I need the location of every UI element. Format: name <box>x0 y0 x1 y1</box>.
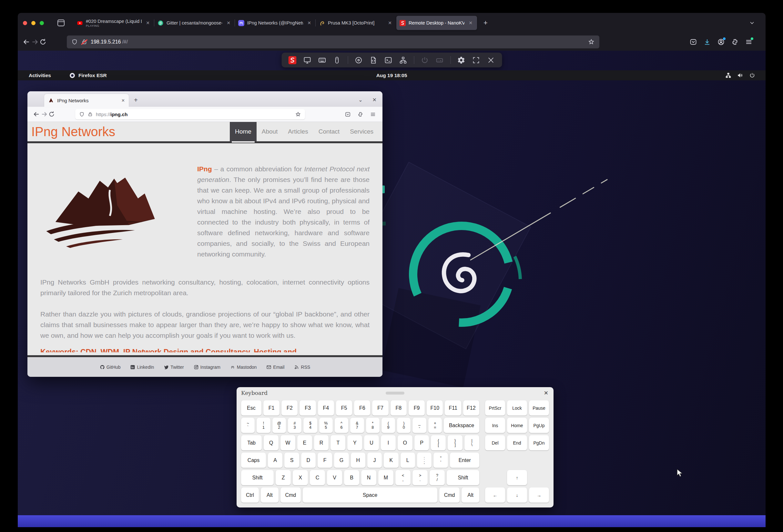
key-1[interactable]: !1 <box>257 418 270 433</box>
key-][interactable]: }] <box>448 435 463 451</box>
tab-close-icon[interactable]: ✕ <box>387 20 393 26</box>
key-F12[interactable]: F12 <box>463 400 479 415</box>
key-J[interactable]: J <box>367 453 382 468</box>
site-nav-contact[interactable]: Contact <box>313 122 345 141</box>
sipeed-logo-button[interactable] <box>286 54 299 66</box>
key-;[interactable]: :; <box>417 453 432 468</box>
key-Esc[interactable]: Esc <box>241 400 261 415</box>
key-H[interactable]: H <box>351 453 365 468</box>
key-F[interactable]: F <box>318 453 332 468</box>
settings-button[interactable] <box>455 54 468 66</box>
key-F2[interactable]: F2 <box>281 400 297 415</box>
key-W[interactable]: W <box>280 435 295 451</box>
key-Tab[interactable]: Tab <box>241 435 262 451</box>
key-4[interactable]: $4 <box>303 418 317 433</box>
firefox-view-icon[interactable] <box>56 18 66 28</box>
remote-reload-icon[interactable] <box>48 111 55 118</box>
remote-extensions-puzzle-icon[interactable] <box>357 111 364 118</box>
fullscreen-button[interactable] <box>470 54 482 66</box>
key-E[interactable]: E <box>297 435 312 451</box>
key-Y[interactable]: Y <box>347 435 362 451</box>
zoom-window-button[interactable] <box>40 21 44 25</box>
key-PrtScr[interactable]: PrtScr <box>485 400 505 415</box>
remote-tab-close-icon[interactable]: ✕ <box>121 98 125 103</box>
key-Alt[interactable]: Alt <box>462 488 479 503</box>
site-nav-about[interactable]: About <box>257 122 283 141</box>
key-6[interactable]: ^6 <box>335 418 348 433</box>
key-F11[interactable]: F11 <box>445 400 461 415</box>
key-C[interactable]: C <box>310 470 325 485</box>
key-N[interactable]: N <box>361 470 376 485</box>
key-Cmd[interactable]: Cmd <box>439 488 460 503</box>
key-Home[interactable]: Home <box>507 418 527 433</box>
remote-menu-hamburger-icon[interactable] <box>370 111 376 118</box>
clock[interactable]: Aug 19 18:05 <box>376 73 407 78</box>
pocket-save-icon[interactable] <box>689 38 697 46</box>
key-Cmd[interactable]: Cmd <box>280 488 301 503</box>
footer-link-twitter[interactable]: Twitter <box>164 365 184 370</box>
key-Lock[interactable]: Lock <box>507 400 527 415</box>
key-U[interactable]: U <box>364 435 379 451</box>
keyboard-close-icon[interactable]: ✕ <box>544 390 549 397</box>
key-9[interactable]: (9 <box>381 418 395 433</box>
key-Shift[interactable]: Shift <box>241 470 274 485</box>
mouse-button[interactable] <box>331 54 343 66</box>
monitor-button[interactable] <box>301 54 314 66</box>
remote-new-tab-button[interactable]: + <box>134 96 138 104</box>
key-Caps[interactable]: Caps <box>241 453 266 468</box>
menu-hamburger-icon[interactable] <box>745 38 753 46</box>
key-,[interactable]: <, <box>395 470 411 485</box>
key-A[interactable]: A <box>268 453 282 468</box>
key-F1[interactable]: F1 <box>263 400 280 415</box>
key--[interactable]: _- <box>412 418 426 433</box>
site-brand[interactable]: IPng Networks <box>31 125 115 139</box>
browser-tab[interactable]: IPng Networks (@IPngNetworks✕ <box>235 16 316 30</box>
key-K[interactable]: K <box>384 453 398 468</box>
key-PgUp[interactable]: PgUp <box>529 418 549 433</box>
key-M[interactable]: M <box>378 470 394 485</box>
remote-shield-icon[interactable] <box>79 112 85 117</box>
key-F8[interactable]: F8 <box>390 400 407 415</box>
key-=[interactable]: += <box>428 418 442 433</box>
url-bar[interactable]: 198.19.5.216/#/ <box>67 35 599 48</box>
minimize-window-button[interactable] <box>31 21 35 25</box>
key-/[interactable]: ?/ <box>430 470 445 485</box>
network-button[interactable] <box>397 54 410 66</box>
footer-link-rss[interactable]: RSS <box>294 365 310 370</box>
key-Q[interactable]: Q <box>264 435 279 451</box>
key-8[interactable]: *8 <box>366 418 380 433</box>
key-B[interactable]: B <box>344 470 359 485</box>
key-G[interactable]: G <box>334 453 349 468</box>
footer-link-email[interactable]: Email <box>266 365 284 370</box>
remote-window-titlebar[interactable]: IPng Networks ✕ + ⌄ ✕ <box>27 91 382 107</box>
key-Ins[interactable]: Ins <box>485 418 505 433</box>
key-↓[interactable]: ↓ <box>507 488 527 503</box>
key-←[interactable]: ← <box>485 488 505 503</box>
disc-button[interactable] <box>352 54 365 66</box>
key-0[interactable]: )0 <box>397 418 411 433</box>
key-2[interactable]: @2 <box>273 418 286 433</box>
key-D[interactable]: D <box>301 453 316 468</box>
key-Z[interactable]: Z <box>276 470 291 485</box>
file-code-button[interactable] <box>367 54 380 66</box>
key-F3[interactable]: F3 <box>300 400 316 415</box>
key-7[interactable]: &7 <box>350 418 364 433</box>
key-X[interactable]: X <box>293 470 308 485</box>
tab-close-icon[interactable]: ✕ <box>467 20 474 26</box>
key-↑[interactable]: ↑ <box>507 470 527 485</box>
tab-close-icon[interactable]: ✕ <box>225 20 232 26</box>
restore-chevron-icon[interactable]: ⌄ <box>358 97 363 103</box>
key-F5[interactable]: F5 <box>336 400 352 415</box>
remote-url-bar[interactable]: https://ipng.ch <box>75 109 305 120</box>
key-\[interactable]: |\ <box>464 435 479 451</box>
site-nav-services[interactable]: Services <box>345 122 379 141</box>
remote-window-close-icon[interactable]: ✕ <box>372 97 377 103</box>
key-I[interactable]: I <box>381 435 396 451</box>
site-nav-home[interactable]: Home <box>230 122 257 141</box>
back-icon[interactable] <box>22 38 31 46</box>
system-tray[interactable] <box>725 72 755 78</box>
focused-app[interactable]: Firefox ESR <box>69 72 107 79</box>
key-F10[interactable]: F10 <box>427 400 443 415</box>
key-'[interactable]: "' <box>434 453 448 468</box>
key-`[interactable]: ~` <box>241 418 255 433</box>
